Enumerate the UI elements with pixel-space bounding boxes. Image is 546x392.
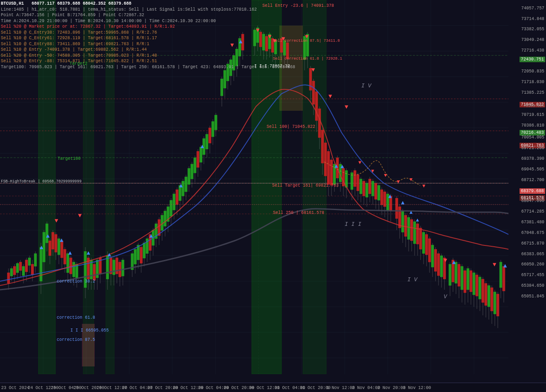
- time-label: 2 Nov 20:00: [378, 386, 406, 390]
- svg-text:▲: ▲: [416, 217, 419, 223]
- svg-rect-49: [16, 263, 19, 273]
- svg-rect-293: [434, 249, 437, 271]
- svg-text:Target2: Target2: [70, 61, 87, 66]
- price-label: 73382.055: [520, 27, 545, 32]
- svg-text:▼: ▼: [328, 93, 332, 100]
- price-label: 65717.455: [520, 273, 545, 277]
- price-label: 68047.090: [520, 199, 545, 203]
- svg-text:Sell correction 87.5| 73411.8: Sell correction 87.5| 73411.8: [273, 39, 340, 43]
- svg-rect-221: [321, 130, 324, 163]
- svg-rect-251: [369, 179, 371, 194]
- svg-text:▲: ▲: [401, 199, 405, 206]
- svg-text:I I I  66595.055: I I I 66595.055: [70, 328, 109, 333]
- svg-text:▼: ▼: [256, 27, 260, 34]
- svg-text:▲: ▲: [410, 210, 413, 216]
- svg-rect-271: [401, 211, 404, 232]
- svg-rect-57: [28, 258, 31, 265]
- time-axis: 23 Oct 202424 Oct 12:0025 Oct 04:0025 Oc…: [0, 383, 546, 392]
- svg-rect-297: [440, 256, 443, 277]
- svg-rect-155: [194, 158, 196, 173]
- svg-rect-175: [227, 64, 229, 81]
- svg-rect-257: [378, 185, 380, 200]
- svg-rect-177: [229, 60, 232, 76]
- svg-rect-193: [262, 34, 265, 50]
- svg-text:▼: ▼: [397, 179, 400, 185]
- svg-rect-181: [235, 49, 238, 66]
- svg-rect-71: [52, 232, 54, 249]
- svg-rect-281: [416, 224, 419, 244]
- svg-text:▼: ▼: [311, 66, 315, 73]
- svg-rect-317: [473, 273, 475, 295]
- svg-rect-105: [113, 260, 115, 275]
- svg-text:▲: ▲: [46, 233, 50, 239]
- svg-text:▲: ▲: [239, 38, 243, 45]
- svg-rect-115: [134, 249, 136, 264]
- svg-text:V: V: [444, 294, 447, 300]
- svg-rect-287: [425, 234, 428, 255]
- svg-rect-53: [22, 266, 25, 276]
- svg-text:▲: ▲: [107, 251, 111, 258]
- svg-rect-243: [357, 175, 359, 191]
- chart-container: MARKETZITRADE: [0, 0, 546, 392]
- svg-rect-327: [488, 285, 490, 307]
- price-label: 72050.835: [520, 69, 545, 74]
- svg-text:▲: ▲: [87, 250, 90, 257]
- price-chart[interactable]: ▼ ▼ ▼ ▼ ▼ ▼ ▼ ▼ ▼ ▼ ▼ ▼ ▼ ▼ ▼ ▼ ▼ ▼ ▼ ▲ …: [0, 0, 508, 383]
- svg-text:▲: ▲: [388, 193, 392, 200]
- svg-rect-227: [330, 160, 333, 185]
- svg-rect-171: [221, 79, 223, 96]
- svg-rect-337: [502, 266, 505, 291]
- svg-rect-111: [122, 260, 124, 276]
- svg-text:correction 87.5: correction 87.5: [57, 337, 95, 342]
- svg-rect-151: [188, 168, 190, 184]
- price-label: 68379.688: [520, 188, 545, 194]
- price-axis: 74057.75773714.84873382.05573049.2487271…: [508, 0, 546, 392]
- svg-rect-295: [437, 254, 440, 276]
- svg-rect-119: [140, 247, 142, 263]
- price-label: 69045.505: [520, 167, 545, 172]
- price-label: 70386.810: [520, 123, 545, 128]
- svg-rect-139: [170, 200, 172, 216]
- time-label: 1 Nov 12:00: [327, 386, 355, 390]
- svg-rect-191: [259, 32, 262, 47]
- svg-rect-321: [479, 277, 481, 299]
- svg-rect-55: [25, 260, 28, 272]
- svg-text:▲: ▲: [334, 163, 338, 170]
- svg-rect-61: [34, 254, 37, 266]
- svg-rect-331: [494, 292, 496, 314]
- price-label: 71385.225: [520, 90, 545, 95]
- svg-rect-309: [461, 266, 463, 290]
- price-label: 67714.285: [520, 209, 545, 214]
- price-label: 65051.845: [520, 294, 545, 299]
- price-label: 67381.480: [520, 220, 545, 225]
- svg-rect-277: [410, 219, 413, 241]
- svg-text:▲: ▲: [200, 143, 204, 150]
- svg-text:▲: ▲: [40, 244, 44, 251]
- price-label: 68712.700: [520, 178, 545, 182]
- price-label: 69721.200: [520, 146, 545, 150]
- svg-text:I V: I V: [361, 83, 372, 89]
- svg-rect-249: [366, 183, 368, 197]
- svg-rect-149: [185, 177, 187, 192]
- svg-rect-259: [380, 190, 383, 205]
- svg-rect-143: [176, 190, 178, 205]
- svg-rect-283: [419, 228, 422, 249]
- svg-text:▼: ▼: [422, 183, 426, 189]
- svg-rect-289: [428, 239, 431, 262]
- svg-text:Sell Target 161| 69821.763: Sell Target 161| 69821.763: [272, 183, 339, 188]
- price-label: 71718.030: [520, 80, 545, 84]
- price-label: 65384.650: [520, 283, 545, 288]
- svg-rect-163: [206, 134, 208, 149]
- svg-rect-135: [164, 211, 166, 226]
- price-label: 66383.065: [520, 252, 545, 257]
- svg-text:Sell correction 61.8 | 72928.1: Sell correction 61.8 | 72928.1: [273, 57, 342, 61]
- svg-text:▲: ▲: [452, 259, 456, 266]
- svg-rect-273: [404, 215, 407, 236]
- svg-text:FSB-HighToBreak | 69568.702999: FSB-HighToBreak | 69568.70299999999: [1, 179, 81, 184]
- svg-rect-285: [422, 232, 425, 254]
- svg-rect-141: [173, 194, 175, 210]
- svg-rect-335: [500, 262, 502, 288]
- svg-rect-95: [93, 264, 96, 280]
- svg-rect-223: [324, 143, 327, 176]
- svg-text:I V: I V: [407, 277, 418, 283]
